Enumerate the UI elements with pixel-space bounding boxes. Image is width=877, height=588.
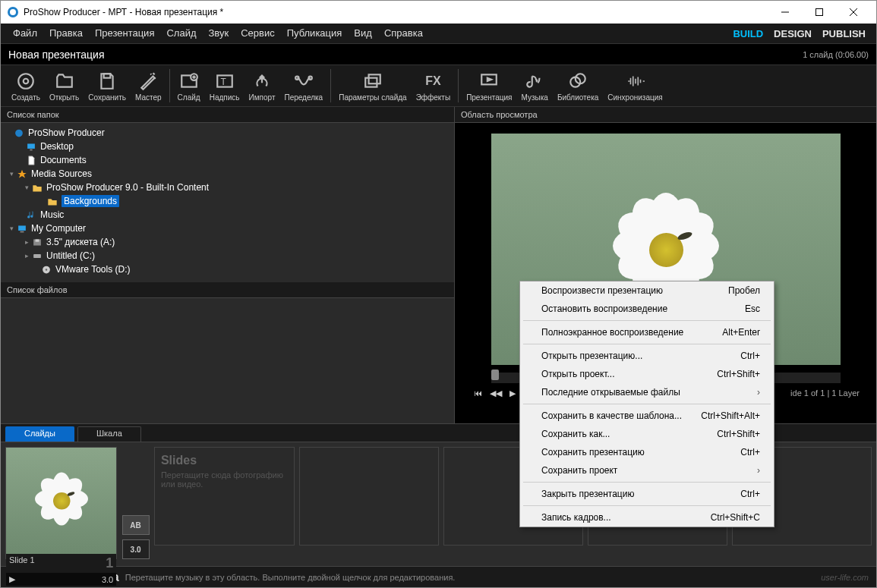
play-icon[interactable]: ▶	[9, 574, 15, 584]
subheader: Новая презентация 1 слайд (0:06.00)	[1, 43, 876, 64]
tool-presentation[interactable]: Презентация	[462, 64, 516, 107]
context-menu-item[interactable]: Открыть проект...Ctrl+Shift+	[520, 365, 774, 383]
context-menu-item[interactable]: Сохранить презентациюCtrl+	[520, 443, 774, 461]
tool-create[interactable]: Создать	[7, 64, 45, 107]
tool-effects[interactable]: FXЭффекты	[412, 64, 455, 107]
presentation-icon	[478, 71, 500, 92]
tool-import[interactable]: Импорт	[244, 64, 280, 107]
menu-sound[interactable]: Звук	[202, 24, 235, 43]
slides-placeholder[interactable]: Slides Перетащите сюда фотографию или ви…	[154, 447, 295, 546]
svg-point-12	[295, 76, 298, 79]
transition-card[interactable]: AB 3.0	[121, 447, 150, 559]
sync-icon	[625, 71, 646, 92]
maximize-button[interactable]	[802, 1, 836, 24]
slide-duration[interactable]: 3.0	[102, 575, 113, 584]
tab-scale[interactable]: Шкала	[77, 426, 141, 442]
mode-publish[interactable]: PUBLISH	[822, 28, 866, 39]
svg-point-19	[15, 129, 23, 137]
context-menu-item[interactable]: Сохранить проект›	[520, 461, 774, 480]
context-menu-item[interactable]: Сохранить в качестве шаблона...Ctrl+Shif…	[520, 407, 774, 425]
svg-text:T: T	[220, 77, 226, 87]
transport-prev[interactable]: ◀◀	[487, 388, 504, 398]
transport-play[interactable]: ▶	[507, 388, 518, 398]
tree-documents[interactable]: Documents	[1, 153, 454, 167]
menu-view[interactable]: Вид	[348, 24, 378, 43]
folder-icon	[46, 197, 58, 206]
context-menu-item[interactable]: Воспроизвести презентациюПробел	[520, 281, 774, 300]
svg-rect-25	[36, 239, 39, 241]
context-menu-item[interactable]: Сохранить как...Ctrl+Shift+	[520, 425, 774, 443]
tree-mycomputer[interactable]: ▾My Computer	[1, 222, 454, 235]
menu-service[interactable]: Сервис	[235, 24, 281, 43]
tool-slideoptions[interactable]: Параметры слайда	[334, 64, 411, 107]
empty-slot[interactable]	[299, 447, 439, 546]
tree-floppy[interactable]: ▸3.5" дискета (A:)	[1, 235, 454, 249]
tool-slide[interactable]: Слайд	[173, 64, 205, 107]
menu-help[interactable]: Справка	[378, 24, 429, 43]
document-icon	[25, 156, 37, 165]
tool-save[interactable]: Сохранить	[84, 64, 131, 107]
transport-first[interactable]: ⏮	[472, 388, 484, 398]
svg-rect-26	[33, 254, 41, 258]
titlebar: ProShow Producer - МРТ - Новая презентац…	[1, 1, 876, 24]
file-list[interactable]	[1, 298, 454, 423]
audio-track[interactable]: Звуковая дорожка Перетащите музыку в эту…	[1, 566, 876, 587]
tool-library[interactable]: Библиотека	[553, 64, 603, 107]
tool-sync[interactable]: Синхронизация	[603, 64, 667, 107]
svg-rect-21	[30, 149, 32, 150]
context-menu-item[interactable]: Последние открываемые файлы›	[520, 383, 774, 401]
menu-edit[interactable]: Правка	[43, 24, 89, 43]
context-menu-item[interactable]: Запись кадров...Ctrl+Shift+C	[520, 508, 774, 527]
close-button[interactable]	[836, 1, 870, 24]
star-icon	[16, 169, 28, 179]
menu-slide[interactable]: Слайд	[160, 24, 202, 43]
context-menu-item[interactable]: Открыть презентацию...Ctrl+	[520, 347, 774, 365]
tree-music[interactable]: Music	[1, 208, 454, 222]
svg-rect-15	[369, 74, 380, 83]
context-menu-item[interactable]: Полноэкранное воспроизведениеAlt+Enter	[520, 323, 774, 341]
tool-music[interactable]: Музыка	[517, 64, 553, 107]
app-icon	[13, 128, 25, 138]
menu-presentation[interactable]: Презентация	[89, 24, 161, 43]
tree-root[interactable]: ProShow Producer	[1, 126, 454, 140]
tree-drive-c[interactable]: ▸Untitled (C:)	[1, 249, 454, 263]
tree-drive-d[interactable]: VMware Tools (D:)	[1, 263, 454, 276]
svg-point-28	[46, 269, 47, 270]
minimize-button[interactable]	[768, 1, 802, 24]
context-menu-item[interactable]: Закрыть презентациюCtrl+	[520, 485, 774, 503]
slide-thumbnail-1[interactable]: Slide 11 ▶3.0	[5, 447, 117, 559]
tree-builtin[interactable]: ▾ProShow Producer 9.0 - Built-In Content	[1, 181, 454, 194]
tool-caption[interactable]: TНадпись	[205, 64, 244, 107]
tree-backgrounds[interactable]: Backgrounds	[1, 194, 454, 208]
tool-remix[interactable]: Переделка	[279, 64, 327, 107]
folder-icon	[31, 183, 43, 193]
tab-slides[interactable]: Слайды	[5, 426, 74, 442]
tree-desktop[interactable]: Desktop	[1, 140, 454, 153]
computer-icon	[16, 224, 28, 234]
svg-rect-7	[104, 74, 111, 77]
presentation-title: Новая презентация	[8, 49, 105, 61]
transition-type[interactable]: AB	[122, 515, 150, 535]
remix-icon	[293, 71, 314, 92]
folder-tree[interactable]: ProShow Producer Desktop Documents ▾Medi…	[1, 123, 454, 282]
svg-point-5	[18, 74, 33, 89]
library-icon	[567, 71, 588, 92]
context-menu[interactable]: Воспроизвести презентациюПробелОстановит…	[519, 281, 774, 527]
slide-icon	[178, 71, 200, 92]
files-panel-header: Список файлов	[1, 282, 454, 298]
tree-media-sources[interactable]: ▾Media Sources	[1, 167, 454, 181]
tool-wizard[interactable]: Мастер	[131, 64, 166, 107]
mode-design[interactable]: DESIGN	[774, 28, 812, 39]
menu-file[interactable]: Файл	[7, 24, 43, 43]
mode-build[interactable]: BUILD	[733, 28, 763, 39]
context-menu-item[interactable]: Остановить воспроизведениеEsc	[520, 300, 774, 318]
svg-rect-20	[27, 143, 35, 149]
transition-duration[interactable]: 3.0	[122, 539, 150, 559]
folders-panel-header: Список папок	[1, 107, 454, 123]
menu-publish[interactable]: Публикация	[281, 24, 349, 43]
caption-icon: T	[214, 71, 235, 92]
wizard-icon	[137, 71, 159, 92]
slide-number: 1	[106, 555, 113, 571]
effects-icon: FX	[422, 71, 443, 92]
tool-open[interactable]: Открыть	[45, 64, 84, 107]
